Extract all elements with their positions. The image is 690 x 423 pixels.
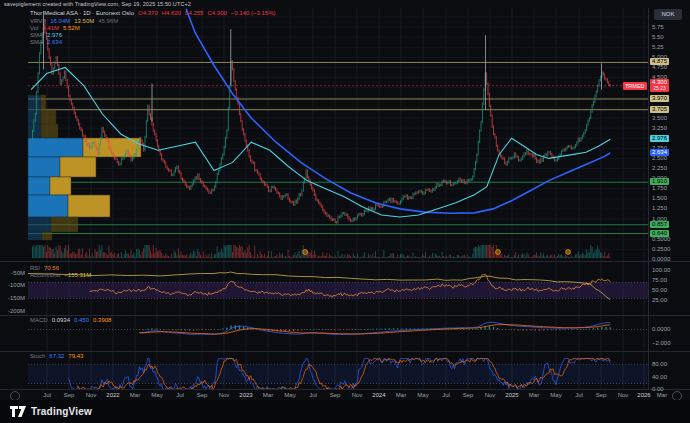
time-axis-label: May xyxy=(417,392,428,398)
rsi-label: RSI xyxy=(30,265,40,272)
sma1-value: 2.976 xyxy=(47,32,62,39)
time-axis-label: May xyxy=(550,392,561,398)
vrvp-value-2: 13.50M xyxy=(74,18,94,25)
price-label-value: 2.976 xyxy=(652,135,667,142)
price-label-value: 1.910 xyxy=(652,178,667,185)
price-label-countdown: 25:23 xyxy=(652,86,667,92)
symbol-title: Thor Medical ASA · 1D · Euronext Oslo xyxy=(30,10,134,17)
macd-line-value: 0.450 xyxy=(74,317,89,324)
price-tick: 5.50 xyxy=(652,34,664,41)
time-axis-label: Jul xyxy=(575,392,583,398)
time-axis-label: Mar xyxy=(657,392,667,398)
price-label: 1.910 xyxy=(650,178,669,185)
price-tick: 0.5000 xyxy=(652,236,670,243)
chart-canvas[interactable] xyxy=(0,0,690,423)
ohlc-change: −0.140 (−3.15%) xyxy=(231,10,276,17)
price-label-value: 0.857 xyxy=(652,221,667,228)
time-axis-label: Nov xyxy=(618,392,629,398)
time-axis-label: Mar xyxy=(529,392,539,398)
stoch-scale-tick: 40.00 xyxy=(652,374,667,381)
time-axis-label: Jul xyxy=(176,392,184,398)
rsi-scale-tick: 50.00 xyxy=(652,287,667,294)
macd-label: MACD xyxy=(30,317,48,324)
vrvp-legend[interactable]: VRVP 16.04M 13.50M 45.96M xyxy=(30,18,118,25)
stoch-scale-tick: 80.00 xyxy=(652,361,667,368)
main-symbol-legend[interactable]: Thor Medical ASA · 1D · Euronext Oslo O4… xyxy=(30,10,276,17)
time-axis-label: Sep xyxy=(197,392,208,398)
stoch-legend[interactable]: Stoch 67.32 79.43 xyxy=(30,353,83,360)
time-axis-label: Jul xyxy=(309,392,317,398)
time-axis-label: Sep xyxy=(596,392,607,398)
macd-hist-value: 0.0934 xyxy=(52,317,70,324)
stoch-d-value: 79.43 xyxy=(68,353,83,360)
price-tick: 1.500 xyxy=(652,195,667,202)
time-axis-label: Jul xyxy=(442,392,450,398)
accdist-scale-tick: -200M xyxy=(0,308,25,315)
ohlc-high: H4.620 xyxy=(162,10,181,17)
time-axis-label: Mar xyxy=(263,392,273,398)
stoch-label: Stoch xyxy=(30,353,45,360)
time-axis-label: 2024 xyxy=(372,392,385,398)
rsi-value: 70.56 xyxy=(44,265,59,272)
price-tick: 0.2500 xyxy=(652,246,670,253)
vrvp-label: VRVP xyxy=(30,18,46,25)
price-tick: 3.500 xyxy=(652,115,667,122)
price-label-value: 3.705 xyxy=(652,106,667,113)
price-label-value: 4.875 xyxy=(652,58,667,65)
time-axis[interactable] xyxy=(0,390,690,400)
ticker-price-tag: TRMED xyxy=(623,82,647,90)
price-label: 2.634 xyxy=(650,149,669,156)
sma2-label: SMA xyxy=(30,39,43,46)
price-label-value: 3.970 xyxy=(652,95,667,102)
accdist-value: −155.31M xyxy=(64,272,91,279)
macd-scale-tick: 0.0000 xyxy=(652,326,670,333)
accdist-scale-tick: -50M xyxy=(0,270,25,277)
accdist-label: Accum/Dist xyxy=(30,272,60,279)
price-label: 3.970 xyxy=(650,95,669,102)
rsi-scale-tick: 100.00 xyxy=(652,267,670,274)
volume-value: 4.41M xyxy=(42,25,59,32)
rsi-legend[interactable]: RSI 70.56 xyxy=(30,265,59,272)
time-axis-label: Sep xyxy=(64,392,75,398)
price-label-value: 0.640 xyxy=(652,230,667,237)
sma2-value: 2.634 xyxy=(47,39,62,46)
watermark-bar: TradingView xyxy=(0,400,690,423)
time-axis-label: Mar xyxy=(130,392,140,398)
price-tick: 2.250 xyxy=(652,165,667,172)
sma1-label: SMA xyxy=(30,32,43,39)
price-tick: 5.25 xyxy=(652,44,664,51)
sma1-legend[interactable]: SMA 2.976 xyxy=(30,32,62,39)
vrvp-value-1: 16.04M xyxy=(50,18,70,25)
tradingview-logo[interactable]: TradingView xyxy=(10,404,92,418)
macd-legend[interactable]: MACD 0.0934 0.450 0.3908 xyxy=(30,317,111,324)
time-axis-label: Mar xyxy=(396,392,406,398)
volume-label: Vol xyxy=(30,25,38,32)
macd-scale-tick: −2.000 xyxy=(652,340,671,347)
stoch-k-value: 67.32 xyxy=(49,353,64,360)
tradingview-logo-text: TradingView xyxy=(31,406,92,417)
time-axis-label: 2022 xyxy=(106,392,119,398)
price-tick: 0.0000 xyxy=(652,256,670,263)
accdist-legend[interactable]: Accum/Dist −155.31M xyxy=(30,272,91,279)
price-label: 3.705 xyxy=(650,106,669,113)
accdist-scale-tick: -150M xyxy=(0,295,25,302)
price-label: 4.875 xyxy=(650,58,669,65)
time-axis-label: Sep xyxy=(463,392,474,398)
time-axis-label: May xyxy=(284,392,295,398)
time-axis-label: Sep xyxy=(330,392,341,398)
sma2-legend[interactable]: SMA 2.634 xyxy=(30,39,62,46)
time-axis-label: Jul xyxy=(43,392,51,398)
time-axis-label: 2026 xyxy=(637,392,650,398)
time-axis-label: Nov xyxy=(219,392,230,398)
volume-legend[interactable]: Vol 4.41M 5.52M xyxy=(30,25,80,32)
price-tick: 1.250 xyxy=(652,205,667,212)
price-label: 4.30025:23 xyxy=(650,79,669,92)
rsi-scale-tick: 25.00 xyxy=(652,297,667,304)
currency-toggle-button[interactable]: NOK xyxy=(654,9,682,20)
vrvp-value-3: 45.96M xyxy=(98,18,118,25)
time-axis-label: 2025 xyxy=(505,392,518,398)
price-label: 0.857 xyxy=(650,221,669,228)
price-tick: 3.250 xyxy=(652,125,667,132)
price-tick: 5.75 xyxy=(652,24,664,31)
price-label: 0.640 xyxy=(650,230,669,237)
